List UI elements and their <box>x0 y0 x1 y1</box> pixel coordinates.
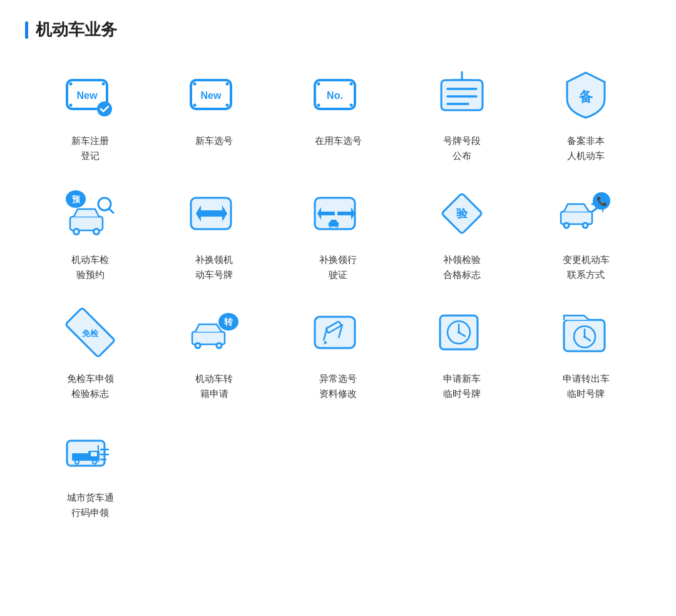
item-file-non-own[interactable]: 备 备案非本人机动车 <box>527 63 645 163</box>
item-apply-out-temp[interactable]: 申请转出车临时号牌 <box>527 301 645 401</box>
svg-text:免检: 免检 <box>81 329 99 338</box>
item-change-contact[interactable]: 📞 变更机动车联系方式 <box>527 182 645 282</box>
svg-point-6 <box>97 101 112 116</box>
icon-exempt-inspect: 免检 <box>59 301 121 364</box>
svg-point-58 <box>218 344 221 347</box>
icon-apply-out-temp <box>555 301 617 364</box>
svg-point-14 <box>317 83 320 86</box>
item-new-car-select[interactable]: New 新车选号 <box>155 63 273 163</box>
page-title: 机动车业务 <box>36 19 117 41</box>
svg-rect-21 <box>441 80 483 110</box>
item-label: 新车选号 <box>195 133 233 148</box>
item-replace-sticker[interactable]: 验 补领检验合格标志 <box>403 182 521 282</box>
svg-rect-61 <box>315 317 355 348</box>
item-abnormal-select[interactable]: 异常选号资料修改 <box>279 301 397 401</box>
item-plate-range[interactable]: 号牌号段公布 <box>403 63 521 163</box>
icon-replace-plate <box>183 182 245 245</box>
icon-file-non-own: 备 <box>555 63 617 126</box>
svg-point-16 <box>317 104 320 107</box>
item-label: 机动车检验预约 <box>71 252 109 282</box>
svg-point-39 <box>335 226 338 228</box>
icon-plate-range <box>431 63 493 126</box>
item-city-truck[interactable]: 城市货车通行码申领 <box>31 420 149 520</box>
item-label: 机动车转籍申请 <box>195 371 233 401</box>
svg-text:No.: No. <box>327 90 343 101</box>
icon-inuse-car-select: No. <box>307 63 369 126</box>
item-label: 补换领机动车号牌 <box>195 252 233 282</box>
item-label: 申请新车临时号牌 <box>443 371 481 401</box>
item-replace-plate[interactable]: 补换领机动车号牌 <box>155 182 273 282</box>
icon-new-car-register: New <box>59 63 121 126</box>
svg-text:验: 验 <box>456 207 468 220</box>
svg-text:备: 备 <box>578 89 593 105</box>
icon-city-truck <box>59 420 121 483</box>
svg-text:预: 预 <box>72 195 81 204</box>
svg-text:转: 转 <box>223 317 233 327</box>
page-header: 机动车业务 <box>25 19 651 41</box>
icon-car-inspect-appt: 预 <box>59 182 121 245</box>
item-replace-license[interactable]: 补换领行驶证 <box>279 182 397 282</box>
item-car-transfer[interactable]: 转 机动车转籍申请 <box>155 301 273 401</box>
item-inuse-car-select[interactable]: No. 在用车选号 <box>279 63 397 163</box>
item-exempt-inspect[interactable]: 免检 免检车申领检验标志 <box>31 301 149 401</box>
svg-point-47 <box>565 224 568 227</box>
svg-point-49 <box>584 224 587 227</box>
icon-new-car-select: New <box>183 63 245 126</box>
svg-point-2 <box>102 83 105 86</box>
svg-text:New: New <box>201 90 222 101</box>
icon-replace-license <box>307 182 369 245</box>
svg-line-32 <box>109 208 113 213</box>
svg-point-30 <box>95 230 98 234</box>
item-label: 新车注册登记 <box>71 133 109 163</box>
svg-point-11 <box>226 104 229 107</box>
item-label: 变更机动车联系方式 <box>563 252 610 282</box>
icon-replace-sticker: 验 <box>431 182 493 245</box>
svg-point-15 <box>350 83 353 86</box>
icon-apply-new-temp <box>431 301 493 364</box>
item-label: 免检车申领检验标志 <box>67 371 114 401</box>
svg-point-74 <box>583 336 586 338</box>
svg-point-9 <box>226 83 229 86</box>
item-car-inspect-appt[interactable]: 预 机动车检验预约 <box>31 182 149 282</box>
svg-point-56 <box>197 344 200 347</box>
item-label: 备案非本人机动车 <box>567 133 605 163</box>
svg-text:📞: 📞 <box>597 196 608 207</box>
svg-point-80 <box>76 461 78 463</box>
item-label: 城市货车通行码申领 <box>67 490 114 520</box>
svg-point-82 <box>93 461 96 463</box>
item-apply-new-temp[interactable]: 申请新车临时号牌 <box>403 301 521 401</box>
icon-car-transfer: 转 <box>183 301 245 364</box>
icon-change-contact: 📞 <box>555 182 617 245</box>
svg-point-1 <box>69 83 73 86</box>
icon-abnormal-select <box>307 301 369 364</box>
svg-rect-37 <box>329 222 339 227</box>
svg-rect-78 <box>72 453 90 461</box>
header-bar <box>25 21 28 39</box>
item-label: 在用车选号 <box>315 133 362 148</box>
svg-text:New: New <box>77 90 98 101</box>
svg-point-69 <box>458 331 460 334</box>
svg-point-8 <box>193 83 197 86</box>
svg-point-3 <box>69 104 73 107</box>
service-grid: New 新车注册登记 New 新车选号 <box>25 63 651 520</box>
item-label: 号牌号段公布 <box>443 133 481 163</box>
svg-point-17 <box>350 104 353 107</box>
item-new-car-register[interactable]: New 新车注册登记 <box>31 63 149 163</box>
svg-point-29 <box>74 230 78 234</box>
item-label: 补换领行驶证 <box>319 252 357 282</box>
item-label: 补领检验合格标志 <box>443 252 481 282</box>
svg-rect-77 <box>91 452 97 456</box>
svg-point-10 <box>193 104 197 107</box>
item-label: 申请转出车临时号牌 <box>563 371 610 401</box>
svg-point-38 <box>329 226 332 228</box>
item-label: 异常选号资料修改 <box>319 371 357 401</box>
